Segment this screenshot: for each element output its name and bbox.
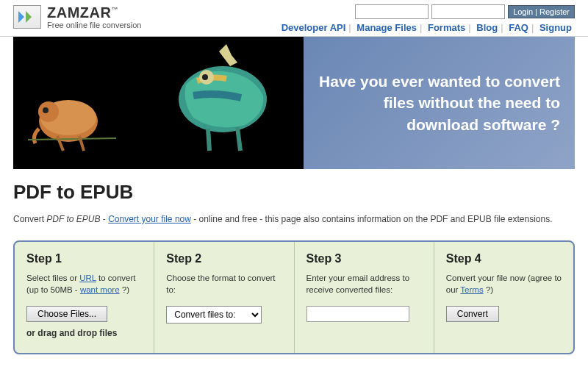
logo-text: ZAMZAR™ Free online file conversion [47,4,141,29]
url-link[interactable]: URL [79,274,96,282]
svg-point-4 [38,101,59,122]
svg-line-6 [28,138,116,140]
step-2: Step 2 Choose the format to convert to: … [154,242,294,353]
step-2-title: Step 2 [166,252,282,265]
hero-text: Have you ever wanted to convert files wi… [318,71,560,135]
intro-text: Convert PDF to EPUB - Convert your file … [13,214,575,224]
chameleon-icon [28,81,116,162]
password-input[interactable] [431,4,505,19]
convert-now-link[interactable]: Convert your file now [108,214,191,224]
logo-area: ZAMZAR™ Free online file conversion [13,4,141,29]
svg-marker-1 [26,11,32,23]
main-content: PDF to EPUB Convert PDF to EPUB - Conver… [0,169,588,366]
svg-point-11 [202,74,208,80]
nav-formats[interactable]: Formats [425,22,468,33]
convert-button[interactable]: Convert [446,306,499,322]
step-1-desc: Select files or URL to convert (up to 50… [26,273,142,296]
login-button[interactable]: Login | Register [508,5,575,18]
svg-point-5 [43,107,49,113]
step-4-title: Step 4 [446,252,562,265]
logo-icon [13,5,41,29]
nav-signup[interactable]: Signup [537,22,575,33]
username-input[interactable] [355,4,429,19]
drag-drop-text: or drag and drop files [26,328,142,338]
page-title: PDF to EPUB [13,181,575,204]
step-4-desc: Convert your file now (agree to our Term… [446,273,562,296]
step-1-title: Step 1 [26,252,142,265]
want-more-link[interactable]: want more [80,285,120,294]
nav-developer-api[interactable]: Developer API [279,22,349,33]
auth-row: Login | Register [279,4,575,19]
choose-files-button[interactable]: Choose Files... [26,306,107,322]
hero-tagline-panel: Have you ever wanted to convert files wi… [304,37,575,169]
step-3-title: Step 3 [306,252,422,265]
svg-line-12 [208,129,209,151]
tagline: Free online file conversion [47,21,141,29]
trademark-icon: ™ [111,6,118,13]
nav-faq[interactable]: FAQ [506,22,531,33]
svg-marker-0 [18,11,24,23]
step-2-desc: Choose the format to convert to: [166,273,282,296]
svg-line-13 [237,127,240,151]
nav-blog[interactable]: Blog [473,22,501,33]
nav-manage-files[interactable]: Manage Files [354,22,420,33]
header: ZAMZAR™ Free online file conversion Logi… [0,0,588,37]
step-1: Step 1 Select files or URL to convert (u… [15,242,154,353]
brand-name: ZAMZAR [47,4,111,21]
steps-box: Step 1 Select files or URL to convert (u… [13,240,575,354]
chameleon-icon [157,40,282,165]
hero-banner: Have you ever wanted to convert files wi… [13,37,575,169]
step-3-desc: Enter your email address to receive conv… [306,273,422,296]
step-3: Step 3 Enter your email address to recei… [295,242,434,353]
hero-image [13,37,304,169]
top-nav: Developer API| Manage Files| Formats| Bl… [279,22,575,33]
header-right: Login | Register Developer API| Manage F… [279,4,575,33]
terms-link[interactable]: Terms [460,285,483,294]
format-select[interactable]: Convert files to: [166,306,262,324]
email-input[interactable] [306,306,409,322]
step-4: Step 4 Convert your file now (agree to o… [434,242,573,353]
